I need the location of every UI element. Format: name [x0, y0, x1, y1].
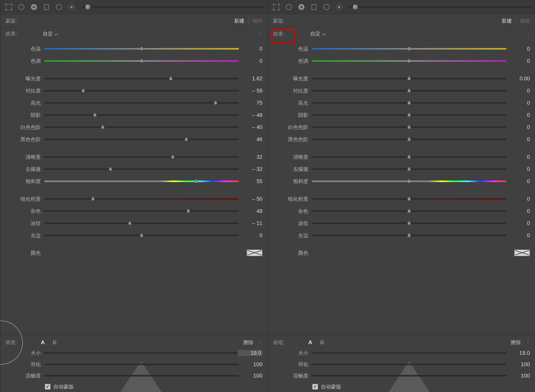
- spot-tool-icon[interactable]: [17, 3, 26, 12]
- slider-value[interactable]: 0: [506, 112, 530, 118]
- slider-track[interactable]: [312, 210, 506, 212]
- brush-slider-track[interactable]: [312, 375, 506, 377]
- slider-track[interactable]: [44, 168, 239, 170]
- slider-value[interactable]: 46: [239, 136, 263, 143]
- slider-track[interactable]: [312, 102, 506, 104]
- slider-value[interactable]: – 59: [239, 88, 263, 94]
- slider-value[interactable]: 0: [506, 100, 530, 106]
- slider-value[interactable]: – 11: [239, 220, 263, 226]
- color-swatch[interactable]: [514, 249, 530, 256]
- slider-track[interactable]: [312, 90, 506, 92]
- brush-slider-value[interactable]: 19.0: [506, 350, 530, 356]
- disclosure-icon[interactable]: ▼: [526, 340, 530, 345]
- slider-track[interactable]: [44, 210, 239, 212]
- slider-track[interactable]: [312, 168, 506, 170]
- slider-value[interactable]: 0: [239, 58, 263, 64]
- brush-slider-track[interactable]: [44, 375, 239, 377]
- slider-value[interactable]: 55: [239, 178, 263, 184]
- brush-slider-value[interactable]: 100: [239, 373, 263, 379]
- brush-tab-b[interactable]: B: [52, 339, 56, 345]
- slider-track[interactable]: [44, 114, 239, 116]
- slider-value[interactable]: 0: [506, 58, 530, 64]
- redeye-tool-icon[interactable]: [29, 3, 38, 12]
- graduated-tool-icon[interactable]: [42, 3, 51, 12]
- slider-track[interactable]: [312, 235, 506, 236]
- slider-value[interactable]: 0: [506, 208, 530, 214]
- slider-track[interactable]: [312, 126, 506, 128]
- brush-erase-button[interactable]: 擦除: [243, 339, 253, 346]
- slider-value[interactable]: 0.00: [506, 76, 530, 82]
- brush-tool-icon[interactable]: [335, 3, 344, 12]
- slider-value[interactable]: 0: [506, 136, 530, 143]
- slider-track[interactable]: [44, 156, 239, 158]
- slider-value[interactable]: 0: [506, 154, 530, 160]
- slider-value[interactable]: 1.62: [239, 76, 263, 82]
- slider-value[interactable]: 0: [506, 178, 530, 184]
- slider-value[interactable]: 0: [506, 233, 530, 238]
- brush-tool-icon[interactable]: [67, 3, 76, 12]
- slider-value[interactable]: 75: [239, 100, 263, 106]
- slider-value[interactable]: – 48: [239, 112, 263, 118]
- slider-value[interactable]: 0: [506, 88, 530, 94]
- slider-track[interactable]: [44, 78, 239, 79]
- slider-track[interactable]: [44, 235, 239, 236]
- brush-slider-value[interactable]: 100: [506, 361, 530, 368]
- mask-new-button[interactable]: 新建: [234, 18, 244, 24]
- effect-dropdown[interactable]: 自定 ▴▾: [43, 30, 58, 37]
- slider-track[interactable]: [312, 181, 506, 182]
- crop-tool-icon[interactable]: [4, 3, 13, 12]
- brush-tab-a[interactable]: A: [308, 339, 312, 345]
- brush-slider-value[interactable]: 100: [239, 361, 263, 368]
- slider-value[interactable]: 0: [506, 196, 530, 202]
- slider-track[interactable]: [44, 48, 239, 50]
- crop-tool-icon[interactable]: [272, 3, 281, 12]
- slider-track[interactable]: [312, 78, 506, 79]
- slider-value[interactable]: – 40: [239, 124, 263, 130]
- slider-value[interactable]: 0: [239, 233, 263, 238]
- slider-track[interactable]: [44, 90, 239, 92]
- effect-dropdown[interactable]: 自定 ▴▾: [310, 30, 326, 37]
- brush-slider-value[interactable]: 100: [506, 373, 530, 379]
- redeye-tool-icon[interactable]: [297, 3, 306, 12]
- slider-track[interactable]: [312, 198, 506, 200]
- disclosure-icon[interactable]: ▼: [258, 32, 263, 36]
- disclosure-icon[interactable]: ▼: [526, 32, 530, 36]
- slider-track[interactable]: [312, 156, 506, 158]
- slider-track[interactable]: [44, 139, 239, 140]
- slider-value[interactable]: 32: [239, 154, 263, 160]
- slider-track[interactable]: [312, 139, 506, 140]
- amount-slider[interactable]: [349, 6, 531, 8]
- radial-tool-icon[interactable]: [55, 3, 64, 12]
- slider-value[interactable]: 0: [506, 124, 530, 130]
- slider-track[interactable]: [312, 114, 506, 116]
- brush-slider-track[interactable]: [44, 352, 238, 354]
- slider-track[interactable]: [44, 126, 239, 128]
- slider-track[interactable]: [44, 102, 239, 104]
- slider-value[interactable]: 0: [506, 220, 530, 226]
- spot-tool-icon[interactable]: [284, 3, 293, 12]
- brush-slider-track[interactable]: [312, 352, 506, 354]
- slider-value[interactable]: 0: [506, 46, 530, 52]
- brush-tab-b[interactable]: B: [320, 339, 324, 345]
- slider-value[interactable]: – 32: [239, 166, 263, 172]
- slider-value[interactable]: – 50: [239, 196, 263, 202]
- color-swatch[interactable]: [247, 249, 263, 256]
- slider-track[interactable]: [44, 181, 239, 182]
- slider-value[interactable]: 48: [239, 208, 263, 214]
- brush-slider-track[interactable]: [312, 364, 506, 365]
- graduated-tool-icon[interactable]: [310, 3, 319, 12]
- brush-slider-value[interactable]: 19.0: [238, 350, 263, 356]
- slider-track[interactable]: [44, 223, 239, 224]
- amount-slider[interactable]: [82, 6, 263, 8]
- slider-value[interactable]: 0: [506, 166, 530, 172]
- mask-new-button[interactable]: 新建: [502, 18, 512, 24]
- brush-erase-button[interactable]: 擦除: [511, 339, 521, 346]
- radial-tool-icon[interactable]: [322, 3, 331, 12]
- slider-track[interactable]: [44, 60, 239, 62]
- brush-tab-a[interactable]: A: [41, 339, 45, 345]
- slider-track[interactable]: [312, 223, 506, 224]
- brush-slider-track[interactable]: [44, 364, 239, 365]
- slider-value[interactable]: 0: [239, 46, 263, 52]
- slider-track[interactable]: [312, 48, 506, 50]
- slider-track[interactable]: [312, 60, 506, 62]
